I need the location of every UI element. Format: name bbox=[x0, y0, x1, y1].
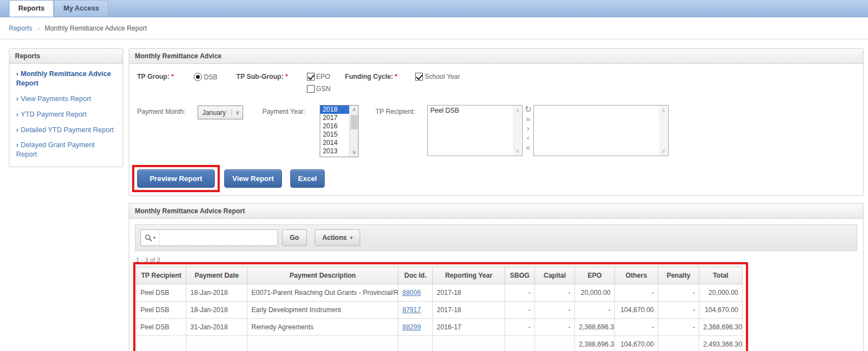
year-option-2016[interactable]: 2016 bbox=[320, 122, 349, 131]
cell: 31-Jan-2018 bbox=[186, 319, 248, 336]
column-header-epo[interactable]: EPO bbox=[575, 267, 615, 284]
listbox-scrollbar[interactable]: ∧ ∨ bbox=[513, 106, 522, 156]
cell: - bbox=[505, 302, 535, 319]
scroll-down-icon[interactable]: ∨ bbox=[662, 148, 665, 154]
tp-sub-group-label: TP Sub-Group: bbox=[236, 73, 284, 81]
cell: 87917 bbox=[398, 302, 433, 319]
sidebar-item-ytd-payment-report[interactable]: ›YTD Payment Report bbox=[9, 107, 123, 122]
tp-recipient-available-options: Peel DSB bbox=[428, 106, 513, 156]
funding-cycle-label: Funding Cycle: bbox=[345, 73, 393, 81]
year-option-2013[interactable]: 2013 bbox=[320, 147, 349, 156]
total-cell bbox=[186, 336, 248, 351]
cell: 88299 bbox=[398, 319, 433, 336]
chevron-down-icon: ▾ bbox=[153, 235, 156, 240]
sidebar-item-delayed-grant-payment-report[interactable]: ›Delayed Grant Payment Report bbox=[9, 137, 123, 162]
doc-id-link[interactable]: 88299 bbox=[402, 323, 421, 331]
cell: Early Development Instrument bbox=[248, 302, 398, 319]
cell: - bbox=[575, 302, 615, 319]
shuttle-reset-icon[interactable]: ↻ bbox=[524, 105, 532, 114]
column-header-total[interactable]: Total bbox=[699, 267, 743, 284]
scrollbar-thumb[interactable] bbox=[351, 115, 357, 129]
form-panel-title: Monthly Remittance Advice bbox=[129, 49, 863, 64]
search-input[interactable] bbox=[160, 230, 277, 245]
tp-recipient-label: TP Recipient: bbox=[375, 108, 415, 116]
column-header-payment-description[interactable]: Payment Description bbox=[248, 267, 398, 284]
scroll-down-icon[interactable]: ∨ bbox=[352, 148, 356, 157]
payment-month-label: Payment Month: bbox=[137, 108, 185, 116]
total-cell bbox=[535, 336, 575, 351]
year-option-2014[interactable]: 2014 bbox=[320, 139, 349, 147]
tp-recipient-chosen-listbox[interactable]: ∧ ∨ bbox=[533, 105, 669, 156]
column-header-doc-id-[interactable]: Doc Id. bbox=[398, 267, 433, 284]
table-row: Peel DSB18-Jan-2018Early Development Ins… bbox=[137, 302, 743, 319]
shuttle-move-right-icon[interactable]: › bbox=[524, 124, 532, 133]
breadcrumb-separator-icon: › bbox=[37, 25, 39, 32]
actions-button[interactable]: Actions ▾ bbox=[315, 229, 361, 246]
cell: 2,368,696.30 bbox=[575, 319, 615, 336]
search-options-button[interactable]: ▾ bbox=[141, 230, 160, 245]
cell: - bbox=[505, 284, 535, 302]
shuttle-move-all-left-icon[interactable]: « bbox=[524, 143, 532, 152]
shuttle-move-left-icon[interactable]: ‹ bbox=[524, 133, 532, 142]
total-cell bbox=[658, 336, 699, 351]
payment-year-scrollbar[interactable]: ∧ ∨ bbox=[349, 106, 358, 157]
search-icon bbox=[145, 234, 152, 242]
column-header-penalty[interactable]: Penalty bbox=[658, 267, 699, 284]
scroll-down-icon[interactable]: ∨ bbox=[516, 148, 519, 154]
funding-cycle-checkbox-school-year[interactable]: School Year bbox=[415, 73, 460, 81]
cell: 18-Jan-2018 bbox=[186, 302, 248, 319]
cell: Peel DSB bbox=[137, 302, 186, 319]
checkbox-unchecked-icon bbox=[307, 85, 315, 93]
cell: - bbox=[658, 319, 699, 336]
column-header-reporting-year[interactable]: Reporting Year bbox=[433, 267, 505, 284]
scroll-up-icon[interactable]: ∧ bbox=[352, 106, 356, 114]
cell: 88006 bbox=[398, 284, 433, 302]
cell: 2017-18 bbox=[433, 284, 505, 302]
tp-sub-group-checkbox-gsn[interactable]: GSN bbox=[307, 85, 331, 93]
breadcrumb: Reports › Monthly Remittance Advice Repo… bbox=[0, 17, 868, 39]
year-option-2017[interactable]: 2017 bbox=[320, 114, 349, 122]
payment-year-options: 2018201720162015201420132012 bbox=[320, 106, 349, 157]
year-option-2012[interactable]: 2012 bbox=[320, 156, 349, 157]
tab-reports[interactable]: Reports bbox=[9, 0, 54, 17]
tab-my-access[interactable]: My Access bbox=[54, 0, 108, 17]
excel-button[interactable]: Excel bbox=[290, 169, 325, 188]
scroll-up-icon[interactable]: ∧ bbox=[516, 107, 519, 113]
go-button[interactable]: Go bbox=[282, 229, 307, 246]
chevron-right-icon: › bbox=[16, 126, 18, 134]
column-header-capital[interactable]: Capital bbox=[535, 267, 575, 284]
doc-id-link[interactable]: 87917 bbox=[402, 306, 421, 314]
column-header-sbog[interactable]: SBOG bbox=[505, 267, 535, 284]
cell: Remedy Agreements bbox=[248, 319, 398, 336]
table-row: Peel DSB31-Jan-2018Remedy Agreements8829… bbox=[137, 319, 743, 336]
cell: - bbox=[658, 302, 699, 319]
view-report-button[interactable]: View Report bbox=[224, 169, 282, 188]
payment-month-select[interactable]: January ∨ bbox=[198, 106, 243, 119]
shuttle-move-all-right-icon[interactable]: » bbox=[524, 114, 532, 123]
breadcrumb-current: Monthly Remittance Advice Report bbox=[44, 24, 147, 32]
gsn-option-label: GSN bbox=[316, 85, 331, 93]
sidebar-item-monthly-remittance-advice-report[interactable]: ›Monthly Remittance Advice Report bbox=[9, 66, 123, 91]
tp-sub-group-checkbox-epo[interactable]: EPO bbox=[307, 73, 331, 81]
listbox-scrollbar[interactable]: ∧ ∨ bbox=[659, 106, 668, 156]
scroll-up-icon[interactable]: ∧ bbox=[662, 107, 665, 113]
payment-year-listbox[interactable]: 2018201720162015201420132012 ∧ ∨ bbox=[320, 105, 359, 157]
sidebar-item-view-payments-report[interactable]: ›View Payments Report bbox=[9, 91, 123, 107]
sidebar-item-detailed-ytd-payment-report[interactable]: ›Detailed YTD Payment Report bbox=[9, 122, 123, 138]
preview-report-button[interactable]: Preview Report bbox=[137, 169, 215, 188]
tp-group-radio-dsb[interactable]: DSB bbox=[194, 73, 218, 81]
tp-recipient-available-listbox[interactable]: Peel DSB ∧ ∨ bbox=[427, 105, 523, 156]
cell: Peel DSB bbox=[137, 319, 186, 336]
year-option-2015[interactable]: 2015 bbox=[320, 131, 349, 139]
year-option-2018[interactable]: 2018 bbox=[320, 106, 349, 114]
doc-id-link[interactable]: 88006 bbox=[402, 289, 421, 297]
breadcrumb-link-reports[interactable]: Reports bbox=[9, 24, 32, 32]
sidebar-reports-panel: Reports ›Monthly Remittance Advice Repor… bbox=[9, 48, 123, 167]
column-header-payment-date[interactable]: Payment Date bbox=[186, 267, 248, 284]
cell: 2016-17 bbox=[433, 319, 505, 336]
chevron-right-icon: › bbox=[16, 141, 18, 149]
required-asterisk: * bbox=[395, 73, 397, 81]
recipient-option[interactable]: Peel DSB bbox=[430, 107, 513, 114]
column-header-tp-recipient[interactable]: TP Recipient bbox=[137, 267, 186, 284]
column-header-others[interactable]: Others bbox=[615, 267, 658, 284]
